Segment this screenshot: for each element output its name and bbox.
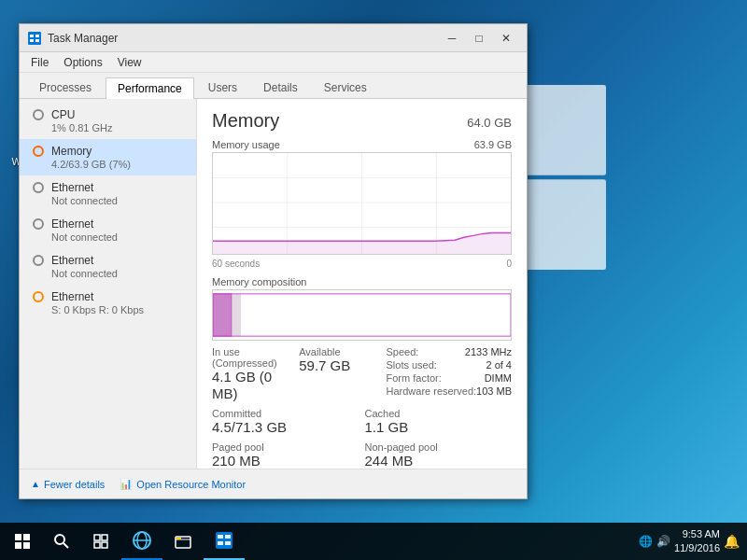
- time-labels: 60 seconds 0: [212, 259, 512, 269]
- memory-name: Memory: [51, 145, 92, 158]
- resource-monitor-link[interactable]: 📊 Open Resource Monitor: [120, 478, 246, 490]
- taskbar-taskmgr[interactable]: [204, 523, 245, 560]
- taskbar: 🌐 🔊 9:53 AM 11/9/2016 🔔: [0, 523, 747, 560]
- svg-point-24: [55, 535, 64, 544]
- svg-rect-23: [23, 542, 30, 549]
- sidebar-item-ethernet-4[interactable]: Ethernet S: 0 Kbps R: 0 Kbps: [20, 285, 196, 321]
- tab-processes[interactable]: Processes: [27, 77, 104, 98]
- paged-pool-value: 210 MB: [212, 453, 359, 469]
- svg-rect-21: [23, 534, 30, 540]
- fewer-details-label: Fewer details: [44, 479, 105, 490]
- eth4-dot: [33, 291, 44, 302]
- tab-users[interactable]: Users: [196, 77, 249, 98]
- svg-rect-34: [176, 538, 181, 539]
- composition-graph-svg: [213, 290, 511, 340]
- eth2-dot: [33, 218, 44, 230]
- usage-label-text: Memory usage: [212, 139, 280, 150]
- taskbar-explorer[interactable]: [164, 523, 202, 560]
- maximize-button[interactable]: □: [466, 27, 492, 49]
- stat-cached: Cached 1.1 GB: [365, 408, 513, 436]
- content-area: CPU 1% 0.81 GHz Memory 4.2/63.9 GB (7%): [20, 99, 527, 469]
- desktop: ♻ Recycling Bin ⚙ Win Serv... Task Manag…: [0, 0, 747, 560]
- stat-committed: Committed 4.5/71.3 GB: [212, 408, 359, 436]
- tray-volume-icon[interactable]: 🔊: [656, 535, 670, 548]
- panel-total: 64.0 GB: [467, 116, 512, 130]
- svg-rect-38: [218, 541, 223, 545]
- memory-usage-graph: [212, 152, 512, 255]
- fewer-details-icon: ▲: [31, 479, 40, 489]
- taskbar-left: [0, 523, 248, 560]
- minimize-button[interactable]: ─: [439, 27, 465, 49]
- window-title: Task Manager: [48, 32, 439, 45]
- svg-rect-22: [15, 542, 21, 549]
- menu-view[interactable]: View: [110, 54, 149, 71]
- eth1-header: Ethernet: [33, 181, 185, 194]
- svg-rect-36: [218, 535, 223, 539]
- non-paged-pool-value: 244 MB: [365, 453, 513, 469]
- eth4-header: Ethernet: [33, 290, 185, 303]
- tray-network-icon[interactable]: 🌐: [639, 535, 653, 548]
- tab-bar: Processes Performance Users Details Serv…: [20, 73, 527, 99]
- cpu-header: CPU: [33, 108, 185, 121]
- hw-reserved-label: Hardware reserved:: [386, 385, 476, 397]
- menu-options[interactable]: Options: [56, 54, 109, 71]
- svg-rect-37: [225, 535, 231, 539]
- time-left: 60 seconds: [212, 259, 260, 269]
- tab-performance[interactable]: Performance: [106, 77, 194, 99]
- eth3-name: Ethernet: [51, 254, 93, 267]
- speed-row: Speed: 2133 MHz: [386, 346, 512, 357]
- task-view-button[interactable]: [82, 523, 120, 560]
- sidebar-item-ethernet-2[interactable]: Ethernet Not connected: [20, 212, 196, 248]
- sidebar-item-cpu[interactable]: CPU 1% 0.81 GHz: [20, 103, 196, 139]
- form-value: DIMM: [485, 372, 512, 384]
- svg-rect-18: [232, 294, 241, 336]
- cpu-dot: [33, 109, 44, 120]
- available-value: 59.7 GB: [299, 357, 380, 374]
- sidebar-item-ethernet-3[interactable]: Ethernet Not connected: [20, 248, 196, 285]
- svg-rect-29: [102, 542, 107, 548]
- eth3-dot: [33, 255, 44, 266]
- stat-non-paged-pool: Non-paged pool 244 MB: [365, 441, 513, 469]
- svg-rect-17: [213, 294, 232, 336]
- sidebar-item-ethernet-1[interactable]: Ethernet Not connected: [20, 175, 196, 212]
- tab-details[interactable]: Details: [251, 77, 310, 98]
- svg-rect-5: [30, 35, 34, 37]
- stats-section: In use (Compressed) 4.1 GB (0 MB) Availa…: [212, 346, 512, 469]
- svg-rect-20: [15, 534, 21, 540]
- cpu-name: CPU: [51, 108, 75, 121]
- stat-in-use: In use (Compressed) 4.1 GB (0 MB): [212, 346, 293, 402]
- resource-monitor-label: Open Resource Monitor: [136, 479, 246, 490]
- paged-pool-label: Paged pool: [212, 441, 359, 453]
- close-button[interactable]: ✕: [493, 27, 519, 49]
- eth3-detail: Not connected: [51, 268, 185, 279]
- usage-graph-svg: [213, 153, 511, 254]
- memory-dot: [33, 146, 44, 157]
- start-button[interactable]: [4, 523, 41, 560]
- menu-file[interactable]: File: [23, 54, 56, 71]
- sidebar-item-memory[interactable]: Memory 4.2/63.9 GB (7%): [20, 139, 196, 175]
- eth4-detail: S: 0 Kbps R: 0 Kbps: [51, 304, 185, 315]
- stats-row-3: Paged pool 210 MB Non-paged pool 244 MB: [212, 441, 512, 469]
- notification-icon[interactable]: 🔔: [724, 534, 740, 549]
- sidebar: CPU 1% 0.81 GHz Memory 4.2/63.9 GB (7%): [20, 99, 197, 469]
- non-paged-pool-label: Non-paged pool: [365, 441, 513, 453]
- clock-date: 11/9/2016: [674, 541, 720, 555]
- eth1-name: Ethernet: [51, 181, 93, 194]
- taskbar-ie[interactable]: [121, 523, 162, 560]
- panel-title: Memory: [212, 110, 279, 132]
- slots-label: Slots used:: [386, 359, 436, 371]
- svg-rect-7: [30, 39, 34, 42]
- fewer-details-link[interactable]: ▲ Fewer details: [31, 479, 105, 490]
- committed-label: Committed: [212, 408, 359, 419]
- search-button[interactable]: [43, 523, 80, 560]
- memory-composition-graph: [212, 289, 512, 341]
- eth4-name: Ethernet: [51, 290, 93, 303]
- stats-row-2: Committed 4.5/71.3 GB Cached 1.1 GB: [212, 408, 512, 436]
- svg-rect-8: [35, 39, 39, 42]
- memory-detail: 4.2/63.9 GB (7%): [51, 159, 185, 170]
- clock[interactable]: 9:53 AM 11/9/2016: [674, 527, 720, 556]
- svg-rect-28: [94, 542, 100, 548]
- resource-monitor-icon: 📊: [120, 478, 133, 490]
- eth1-detail: Not connected: [51, 195, 185, 206]
- tab-services[interactable]: Services: [312, 77, 379, 98]
